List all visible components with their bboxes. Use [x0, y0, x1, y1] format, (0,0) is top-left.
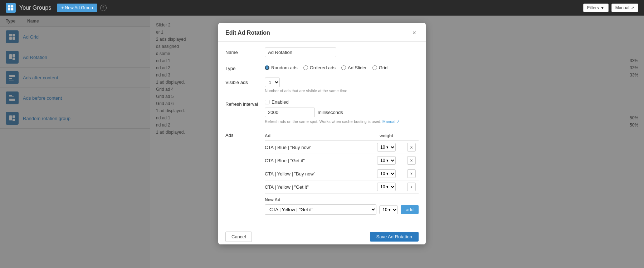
refresh-interval-label: Refresh interval — [225, 99, 265, 107]
filters-button[interactable]: Filters ▼ — [583, 4, 609, 12]
ads-content: Ad weight CTA | Blue | "Buy now" 10 ▾ — [265, 130, 419, 215]
modal-body: Name Type Random ads Ord — [218, 42, 426, 227]
save-ad-rotation-button[interactable]: Save Ad Rotation — [370, 232, 419, 242]
remove-ad-1-button[interactable]: x — [407, 143, 416, 152]
new-ad-group-label: + New Ad Group — [61, 5, 93, 10]
help-icon[interactable]: ? — [100, 5, 107, 11]
ad-name-2: CTA | Blue | "Get it" — [265, 158, 369, 163]
ads-row-item: CTA | Blue | "Buy now" 10 ▾ x — [265, 141, 419, 154]
header: Your Groups + New Ad Group ? Filters ▼ M… — [0, 0, 644, 16]
modal-header: Edit Ad Rotation × — [218, 23, 426, 42]
ads-col-ad-header: Ad — [265, 133, 369, 138]
ad-action-3: x — [404, 169, 419, 178]
ms-label: milliseconds — [318, 110, 343, 115]
type-radio-group: Random ads Ordered ads Ad Slider Gr — [265, 64, 419, 70]
remove-ad-4-button[interactable]: x — [407, 183, 416, 191]
new-ad-select[interactable]: CTA | Yellow | "Get it" CTA | Blue | "Bu… — [265, 204, 376, 215]
remove-ad-2-button[interactable]: x — [407, 156, 416, 165]
add-ad-button[interactable]: add — [401, 205, 419, 214]
header-actions: Filters ▼ Manual ↗ — [583, 4, 638, 12]
radio-slider-label: Ad Slider — [348, 65, 367, 70]
refresh-enabled-row: Enabled — [265, 99, 419, 105]
refresh-hint: Refresh ads on the same spot. Works when… — [265, 119, 419, 124]
type-row: Type Random ads Ordered ads — [225, 64, 419, 71]
edit-ad-rotation-modal: Edit Ad Rotation × Name Type Rando — [218, 23, 426, 244]
refresh-ms-input[interactable] — [265, 108, 315, 117]
ad-weight-1: 10 ▾ — [369, 143, 404, 152]
manual-icon: ↗ — [631, 5, 634, 10]
ads-col-weight-header: weight — [369, 133, 404, 138]
svg-rect-2 — [8, 8, 10, 10]
radio-grid-label: Grid — [379, 65, 388, 70]
radio-ordered-label: Ordered ads — [310, 65, 336, 70]
svg-rect-3 — [11, 8, 13, 10]
radio-grid[interactable]: Grid — [372, 65, 388, 70]
radio-ordered[interactable]: Ordered ads — [303, 65, 336, 70]
weight-select-2[interactable]: 10 ▾ — [377, 156, 396, 165]
modal-overlay: Edit Ad Rotation × Name Type Rando — [0, 16, 644, 268]
ad-name-1: CTA | Blue | "Buy now" — [265, 145, 369, 150]
refresh-interval-content: Enabled milliseconds Refresh ads on the … — [265, 99, 419, 124]
name-content — [265, 48, 419, 57]
new-ad-group-button[interactable]: + New Ad Group — [57, 4, 97, 12]
ad-action-1: x — [404, 143, 419, 152]
modal-close-button[interactable]: × — [410, 29, 419, 37]
ads-row-item: CTA | Yellow | "Buy now" 10 ▾ x — [265, 167, 419, 180]
visible-ads-row: Visible ads 1 2 3 4 Number of ads that a… — [225, 78, 419, 93]
modal-title: Edit Ad Rotation — [225, 30, 270, 36]
new-ad-row: CTA | Yellow | "Get it" CTA | Blue | "Bu… — [265, 204, 419, 215]
refresh-interval-row: Refresh interval Enabled milliseconds Re… — [225, 99, 419, 124]
radio-random-input[interactable] — [265, 65, 269, 70]
ad-weight-2: 10 ▾ — [369, 156, 404, 165]
svg-rect-1 — [11, 5, 13, 7]
visible-ads-select[interactable]: 1 2 3 4 — [265, 78, 280, 87]
radio-random[interactable]: Random ads — [265, 65, 298, 70]
visible-ads-content: 1 2 3 4 Number of ads that are visible a… — [265, 78, 419, 93]
name-row: Name — [225, 48, 419, 57]
weight-select-1[interactable]: 10 ▾ — [377, 143, 396, 152]
new-ad-section: New Ad CTA | Yellow | "Get it" CTA | Blu… — [265, 197, 419, 215]
weight-select-3[interactable]: 10 ▾ — [377, 169, 396, 178]
new-ad-weight-select[interactable]: 10 ▾ — [379, 205, 398, 214]
refresh-enabled-label: Enabled — [272, 99, 289, 105]
svg-rect-0 — [8, 5, 10, 7]
weight-select-4[interactable]: 10 ▾ — [377, 183, 396, 191]
ads-table: Ad weight CTA | Blue | "Buy now" 10 ▾ — [265, 132, 419, 194]
remove-ad-3-button[interactable]: x — [407, 169, 416, 178]
ads-row-item: CTA | Yellow | "Get it" 10 ▾ x — [265, 180, 419, 194]
visible-ads-label: Visible ads — [225, 78, 265, 85]
ad-name-4: CTA | Yellow | "Get it" — [265, 184, 369, 190]
ads-label: Ads — [225, 130, 265, 138]
filter-icon: ▼ — [600, 5, 605, 10]
radio-slider-input[interactable] — [341, 65, 346, 70]
visible-ads-hint: Number of ads that are visible at the sa… — [265, 89, 419, 93]
interval-row: milliseconds — [265, 108, 419, 117]
ads-row: Ads Ad weight CTA | Blue | "Buy now" — [225, 130, 419, 215]
radio-grid-input[interactable] — [372, 65, 377, 70]
ads-table-header: Ad weight — [265, 132, 419, 141]
ads-row-item: CTA | Blue | "Get it" 10 ▾ x — [265, 154, 419, 167]
ad-weight-4: 10 ▾ — [369, 183, 404, 191]
new-ad-label: New Ad — [265, 197, 419, 202]
manual-button[interactable]: Manual ↗ — [611, 4, 638, 12]
refresh-hint-link[interactable]: Manual ↗ — [382, 119, 400, 124]
type-content: Random ads Ordered ads Ad Slider Gr — [265, 64, 419, 70]
ad-action-4: x — [404, 183, 419, 191]
name-label: Name — [225, 48, 265, 55]
ads-col-action-header — [404, 133, 419, 138]
radio-ordered-input[interactable] — [303, 65, 308, 70]
radio-random-label: Random ads — [271, 65, 298, 70]
cancel-button[interactable]: Cancel — [225, 232, 252, 242]
page-title: Your Groups — [19, 5, 51, 11]
modal-footer: Cancel Save Ad Rotation — [218, 227, 426, 244]
ad-name-3: CTA | Yellow | "Buy now" — [265, 171, 369, 177]
radio-slider[interactable]: Ad Slider — [341, 65, 367, 70]
app-logo — [6, 3, 16, 13]
ad-weight-3: 10 ▾ — [369, 169, 404, 178]
type-label: Type — [225, 64, 265, 71]
refresh-enabled-checkbox[interactable] — [265, 100, 269, 104]
ad-action-2: x — [404, 156, 419, 165]
name-input[interactable] — [265, 48, 336, 57]
